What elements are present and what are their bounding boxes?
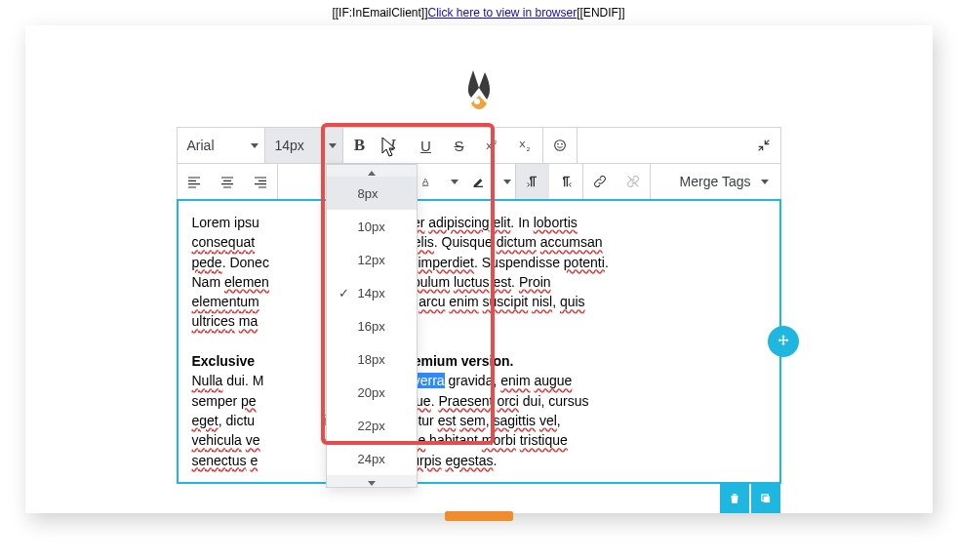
font-size-option[interactable]: 18px	[327, 342, 417, 376]
subscript-button[interactable]: X2	[509, 128, 542, 163]
font-size-dropdown[interactable]: 8px10px12px✓14px16px18px20px22px24px	[326, 164, 418, 488]
svg-rect-12	[473, 186, 482, 187]
emoji-button[interactable]	[543, 128, 577, 163]
superscript-button[interactable]: X2	[476, 128, 509, 163]
font-size-option[interactable]: 12px	[327, 243, 417, 276]
svg-text:X: X	[486, 141, 493, 151]
ltr-button[interactable]	[516, 164, 549, 199]
strikethrough-button[interactable]: S	[443, 128, 476, 163]
rtl-button[interactable]	[549, 164, 582, 199]
font-size-option[interactable]: 10px	[327, 210, 417, 243]
view-in-browser-banner: [[IF:InEmailClient]]Click here to view i…	[0, 0, 957, 25]
font-family-select[interactable]: Arial	[178, 128, 265, 163]
align-center-button[interactable]	[211, 164, 244, 199]
rich-text-editor: Arial 14px B I U S X2 X2	[177, 127, 781, 484]
highlight-color-menu[interactable]	[496, 164, 515, 199]
move-block-handle[interactable]	[768, 326, 799, 357]
align-group	[178, 164, 278, 199]
highlight-color-button[interactable]	[462, 164, 496, 199]
delete-block-button[interactable]	[720, 484, 749, 513]
view-in-browser-link[interactable]: Click here to view in browser	[427, 6, 577, 20]
color-group: A	[410, 164, 516, 199]
bold-button[interactable]: B	[343, 128, 377, 163]
dropdown-scroll-down[interactable]	[327, 475, 417, 487]
text-style-group: B I U S X2 X2	[343, 128, 543, 163]
svg-point-5	[554, 140, 565, 151]
align-left-button[interactable]	[178, 164, 211, 199]
svg-text:A: A	[422, 177, 429, 186]
svg-rect-13	[763, 497, 769, 502]
unlink-button[interactable]	[617, 164, 650, 199]
chevron-down-icon	[251, 143, 259, 148]
duplicate-block-button[interactable]	[751, 484, 780, 513]
font-size-option[interactable]: 8px	[327, 177, 417, 210]
block-actions	[720, 484, 780, 513]
insert-link-button[interactable]	[583, 164, 617, 199]
text-block[interactable]: Lorem ipsu consectetuer adipiscing elit.…	[177, 199, 781, 484]
text-color-menu[interactable]	[443, 164, 462, 199]
svg-text:2: 2	[526, 146, 530, 152]
svg-point-0	[474, 99, 480, 104]
email-canvas: Arial 14px B I U S X2 X2	[25, 25, 933, 513]
font-size-option[interactable]: ✓14px	[327, 276, 417, 309]
toolbar-row-2: 123 A Merge Tags	[177, 164, 781, 200]
underline-button[interactable]: U	[410, 128, 443, 163]
merge-tags-select[interactable]: Merge Tags	[668, 164, 780, 199]
insert-block-indicator[interactable]	[445, 511, 513, 521]
svg-text:X: X	[519, 140, 526, 149]
font-size-option[interactable]: 24px	[327, 442, 417, 475]
italic-button[interactable]: I	[377, 128, 410, 163]
chevron-down-icon	[329, 143, 337, 148]
svg-point-7	[561, 143, 563, 145]
logo-icon	[25, 68, 933, 117]
chevron-down-icon	[761, 180, 769, 184]
link-group	[583, 164, 651, 199]
toolbar-row-1: Arial 14px B I U S X2 X2	[177, 127, 781, 164]
font-size-option[interactable]: 22px	[327, 409, 417, 442]
collapse-toolbar-button[interactable]	[747, 128, 780, 163]
align-right-button[interactable]	[244, 164, 277, 199]
font-size-select[interactable]: 14px	[265, 128, 343, 163]
font-size-option[interactable]: 16px	[327, 309, 417, 342]
svg-text:2: 2	[493, 140, 497, 145]
font-size-option[interactable]: 20px	[327, 376, 417, 409]
dropdown-scroll-up[interactable]	[327, 165, 417, 177]
svg-point-6	[557, 143, 559, 145]
direction-group	[516, 164, 583, 199]
